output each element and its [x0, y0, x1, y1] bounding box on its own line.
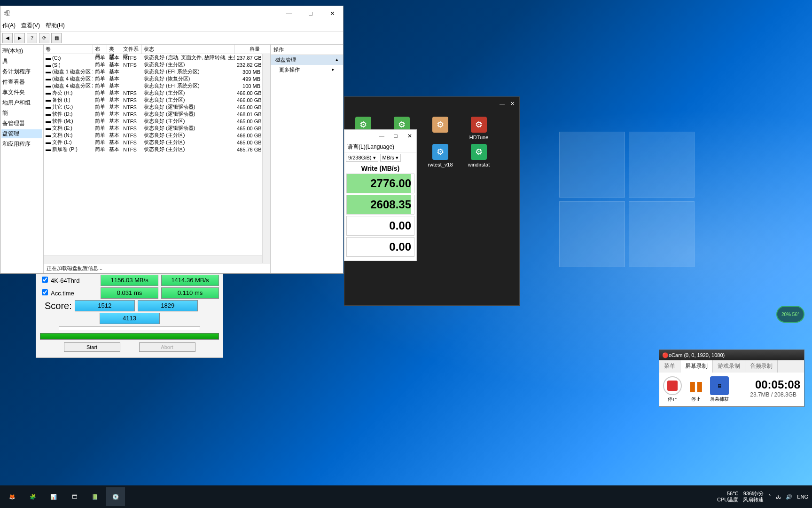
disk-management-window: 理 — □ ✕ 作(A)查看(V)帮助(H) ◀ ▶ ? ⟳ ▦ 理(本地)具务…: [0, 6, 344, 274]
volume-row[interactable]: ▬ (S:)简单基本NTFS状态良好 (主分区)232.82 GB: [44, 61, 270, 68]
col-state[interactable]: 状态: [142, 45, 235, 54]
write-header: Write (MB/s): [344, 163, 416, 174]
ocam-time: 00:05:08: [746, 378, 800, 391]
tool-shortcut[interactable]: ⚙windirstat: [465, 144, 493, 176]
tray-lang[interactable]: ENG: [797, 494, 808, 500]
volume-row[interactable]: ▬ 文件 (L:)简单基本NTFS状态良好 (主分区)465.00 GB: [44, 139, 270, 146]
tool-shortcut[interactable]: ⚙HDTune: [465, 117, 493, 140]
minimize-button[interactable]: —: [377, 133, 386, 139]
tool-shortcut[interactable]: ⚙: [426, 117, 454, 140]
col-volume[interactable]: 卷: [44, 45, 93, 54]
ocam-title: 🔴 oCam (0, 0, 1920, 1080): [659, 350, 804, 360]
window-title: 理: [4, 9, 10, 17]
firefox-icon[interactable]: 🦊: [3, 487, 22, 506]
nav-item[interactable]: 盘管理: [1, 129, 42, 138]
volume-row[interactable]: ▬ (磁盘 4 磁盘分区 2)简单基本状态良好 (EFI 系统分区)100 MB: [44, 82, 270, 89]
nav-item[interactable]: 享文件夹: [1, 88, 42, 97]
ocam-window: 🔴 oCam (0, 0, 1920, 1080) 菜单屏幕录制游戏录制音频录制…: [659, 349, 804, 407]
tray-volume-icon[interactable]: 🔊: [786, 494, 792, 500]
volume-row[interactable]: ▬ (磁盘 4 磁盘分区 1)简单基本状态良好 (恢复分区)499 MB: [44, 75, 270, 82]
horizontal-scrollbar[interactable]: [44, 255, 262, 263]
bench-4k64-read: 1156.03 MB/s: [101, 275, 158, 286]
ocam-pause[interactable]: ▮▮停止: [687, 376, 705, 403]
nav-item[interactable]: 务计划程序: [1, 67, 42, 76]
back-icon[interactable]: ◀: [2, 33, 13, 43]
bench-acc-write: 0.110 ms: [161, 287, 219, 299]
bench-4k64-label[interactable]: 4K-64Thrd: [40, 277, 98, 284]
app-icon-3[interactable]: 📗: [86, 487, 104, 506]
nav-item[interactable]: 地用户和组: [1, 98, 42, 107]
close-button[interactable]: ✕: [321, 6, 343, 20]
vertical-scrollbar[interactable]: [262, 54, 270, 263]
as-ssd-benchmark: 4K-64Thrd 1156.03 MB/s 1414.36 MB/s Acc.…: [36, 273, 223, 358]
volume-row[interactable]: ▬ 新加卷 (P:)简单基本NTFS状态良好 (主分区)465.76 GB: [44, 146, 270, 153]
view-icon[interactable]: ▦: [51, 33, 62, 43]
volume-row[interactable]: ▬ 软件 (D:)简单基本NTFS状态良好 (逻辑驱动器)468.01 GB: [44, 111, 270, 118]
app-icon[interactable]: 🧩: [23, 487, 42, 506]
speed-value: 0.00: [346, 237, 414, 257]
speed-value: 2608.35: [346, 195, 414, 214]
tool-shortcut[interactable]: ⚙rwtest_v18: [426, 144, 454, 176]
menu-item[interactable]: 帮助(H): [46, 22, 65, 30]
bench-acc-label[interactable]: Acc.time: [40, 289, 98, 297]
tray-network-icon[interactable]: 🖧: [776, 494, 781, 500]
ocam-stop[interactable]: 停止: [663, 376, 682, 403]
volume-row[interactable]: ▬ 办公 (H:)简单基本NTFS状态良好 (主分区)466.00 GB: [44, 89, 270, 96]
close-button[interactable]: ✕: [510, 101, 515, 107]
drive-select[interactable]: 9/238GiB) ▾: [346, 154, 378, 162]
volume-row[interactable]: ▬ (C:)简单基本NTFS状态良好 (启动, 页面文件, 故障转储, 主分区)…: [44, 54, 270, 61]
diskmark-window: — □ ✕ 语言(L)(Language) 9/238GiB) ▾ MB/s ▾…: [344, 129, 417, 261]
minimize-button[interactable]: —: [278, 6, 300, 20]
nav-item[interactable]: 和应用程序: [1, 140, 42, 149]
abort-button: Abort: [139, 342, 195, 352]
refresh-icon[interactable]: ⟳: [39, 33, 49, 43]
cpu-temp: 56℃CPU温度: [717, 491, 738, 502]
menu-item[interactable]: 作(A): [2, 22, 16, 30]
col-fs[interactable]: 文件系统: [121, 45, 142, 54]
ocam-capture[interactable]: 🖥屏幕捕获: [710, 376, 729, 403]
volume-row[interactable]: ▬ 软件 (M:)简单基本NTFS状态良好 (主分区)465.00 GB: [44, 118, 270, 125]
ocam-tab[interactable]: 音频录制: [745, 360, 778, 373]
forward-icon[interactable]: ▶: [15, 33, 25, 43]
score-total: 4113: [100, 313, 160, 324]
maximize-button[interactable]: □: [391, 133, 400, 139]
nav-item[interactable]: 理(本地): [1, 47, 42, 56]
language-menu[interactable]: 语言(L)(Language): [344, 142, 416, 152]
ocam-tab[interactable]: 菜单: [659, 360, 680, 373]
volume-row[interactable]: ▬ (磁盘 1 磁盘分区 1)简单基本状态良好 (EFI 系统分区)300 MB: [44, 68, 270, 75]
volume-row[interactable]: ▬ 文档 (N:)简单基本NTFS状态良好 (主分区)466.00 GB: [44, 132, 270, 139]
volume-row[interactable]: ▬ 其它 (G:)简单基本NTFS状态良好 (逻辑驱动器)465.00 GB: [44, 103, 270, 111]
col-type[interactable]: 类型: [107, 45, 121, 54]
ocam-tab[interactable]: 游戏录制: [713, 360, 745, 373]
menu-item[interactable]: 查看(V): [21, 22, 40, 30]
explorer-icon[interactable]: 🗔: [65, 487, 84, 506]
help-icon[interactable]: ?: [27, 33, 37, 43]
minimize-button[interactable]: —: [500, 101, 505, 106]
bench-progress: [40, 333, 219, 340]
taskbar: 🦊 🧩 📊 🗔 📗 💽 56℃CPU温度 936转/分风扇转速 ˄ 🖧 🔊 EN…: [0, 485, 812, 508]
nav-item[interactable]: 具: [1, 57, 42, 66]
nav-item[interactable]: 能: [1, 109, 42, 118]
cpu-gauge: 20% 56°: [776, 306, 804, 323]
volume-row[interactable]: ▬ 备份 (I:)简单基本NTFS状态良好 (主分区)466.00 GB: [44, 96, 270, 103]
speed-value: 0.00: [346, 216, 414, 236]
ocam-tab[interactable]: 屏幕录制: [680, 360, 713, 373]
nav-item[interactable]: 备管理器: [1, 119, 42, 128]
col-cap[interactable]: 容量: [235, 45, 262, 54]
unit-select[interactable]: MB/s ▾: [380, 154, 401, 162]
actions-diskmgmt[interactable]: 磁盘管理▴: [271, 55, 343, 65]
app-icon-2[interactable]: 📊: [44, 487, 63, 506]
volume-row[interactable]: ▬ 文档 (E:)简单基本NTFS状态良好 (逻辑驱动器)465.00 GB: [44, 125, 270, 132]
nav-item[interactable]: 件查看器: [1, 78, 42, 87]
bench-4k64-write: 1414.36 MB/s: [161, 275, 219, 286]
windows-logo-decoration: [559, 132, 695, 267]
col-layout[interactable]: 布局: [93, 45, 107, 54]
bench-acc-read: 0.031 ms: [101, 287, 158, 299]
maximize-button[interactable]: □: [300, 6, 321, 20]
diskmgmt-taskbar[interactable]: 💽: [106, 487, 125, 506]
tray-chevron-icon[interactable]: ˄: [768, 494, 771, 500]
start-button[interactable]: Start: [64, 342, 120, 352]
close-button[interactable]: ✕: [405, 133, 414, 139]
fan-rpm: 936转/分风扇转速: [743, 491, 764, 502]
actions-more[interactable]: 更多操作▸: [271, 65, 343, 75]
